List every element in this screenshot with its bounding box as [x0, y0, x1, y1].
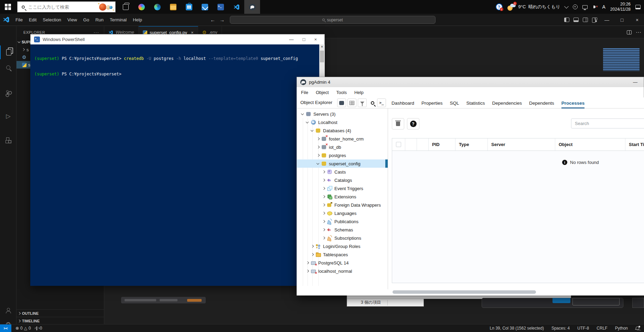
minimize-button[interactable]: — [289, 37, 294, 42]
activity-extensions[interactable] [0, 134, 17, 147]
tree-item-localhost-normal[interactable]: localhost_normal [297, 267, 388, 275]
chevron-right-icon[interactable] [322, 211, 326, 215]
tree-item-localhost[interactable]: Localhost [297, 118, 388, 126]
language-mode[interactable]: Python [615, 326, 628, 331]
start-button[interactable] [0, 0, 16, 14]
menu-help[interactable]: Help [130, 17, 144, 23]
close-button[interactable]: × [314, 37, 317, 42]
taskbar-edge[interactable] [149, 0, 165, 14]
menu-help[interactable]: Help [354, 90, 364, 95]
get-help-icon[interactable]: ? [496, 3, 503, 10]
menu-file[interactable]: File [13, 17, 25, 23]
chevron-down-icon[interactable] [316, 162, 320, 166]
task-view-button[interactable] [118, 0, 133, 14]
split-editor-icon[interactable] [627, 30, 632, 34]
chevron-right-icon[interactable] [322, 203, 326, 207]
maximize-button[interactable]: □ [615, 14, 629, 26]
minimize-button[interactable]: — [600, 14, 614, 26]
delete-button[interactable] [392, 118, 404, 129]
weather-widget[interactable]: 1 9°C 晴れのちくもり [507, 3, 560, 11]
menu-selection[interactable]: Selection [40, 17, 63, 23]
update-tray-icon[interactable] [573, 4, 578, 9]
chevron-right-icon[interactable] [305, 269, 310, 273]
chevron-icon[interactable] [565, 4, 569, 9]
tab-dependencies[interactable]: Dependencies [492, 97, 522, 108]
volume-muted-icon[interactable] [592, 5, 597, 9]
clock[interactable]: 20:26 2024/11/28 [610, 2, 631, 12]
chevron-right-icon[interactable] [322, 186, 326, 190]
tree-item-casts[interactable]: Casts [297, 168, 388, 176]
remote-indicator[interactable]: >< [0, 324, 11, 332]
taskbar-file-explorer[interactable] [165, 0, 181, 14]
tree-item-languages[interactable]: Languages [297, 209, 388, 217]
tree-item-superset-config[interactable]: superset_config [297, 159, 388, 168]
chevron-right-icon[interactable] [316, 137, 320, 141]
command-center[interactable]: superset [230, 16, 436, 24]
chevron-down-icon[interactable] [310, 128, 314, 133]
tree-item-databases[interactable]: Databases (4) [297, 126, 388, 135]
view-data-button[interactable] [347, 98, 356, 107]
tree-item-login-group-roles[interactable]: Login/Group Roles [297, 242, 388, 250]
column-server[interactable]: Server [488, 138, 555, 151]
customize-layout-icon[interactable] [592, 18, 597, 22]
tree-item-iot-db[interactable]: iot_db [297, 143, 388, 151]
chevron-right-icon[interactable] [322, 195, 326, 199]
tab-processes[interactable]: Processes [561, 97, 585, 108]
chevron-right-icon[interactable] [305, 261, 310, 265]
toggle-panel-icon[interactable] [573, 18, 579, 22]
secondary-button-fragment[interactable] [572, 298, 620, 305]
timeline-section[interactable]: TIMELINE [17, 317, 104, 324]
tab-statistics[interactable]: Statistics [466, 97, 485, 108]
tree-item-foreign-data-wrappers[interactable]: Foreign Data Wrappers [297, 201, 388, 209]
menu-tools[interactable]: Tools [336, 90, 347, 95]
notifications-bell-icon[interactable] [635, 326, 639, 330]
select-all-checkbox[interactable] [392, 138, 405, 151]
tree-item-catalogs[interactable]: Catalogs [297, 176, 388, 184]
indentation[interactable]: Spaces: 4 [551, 326, 570, 331]
pgadmin-title-bar[interactable]: pgAdmin 4 — [297, 77, 644, 87]
tree-item-event-triggers[interactable]: Event Triggers [297, 184, 388, 193]
taskbar-pgadmin[interactable] [244, 0, 260, 14]
tab-dashboard[interactable]: Dashboard [391, 97, 414, 108]
column-type[interactable]: Type [455, 138, 488, 151]
ime-indicator[interactable]: A [602, 4, 605, 10]
tree-item-schemas[interactable]: Schemas [297, 226, 388, 234]
encoding[interactable]: UTF-8 [577, 326, 589, 331]
taskbar-vscode[interactable] [228, 0, 244, 14]
activity-search[interactable] [0, 61, 17, 74]
taskbar-search[interactable]: ✦ ✦ [17, 1, 116, 12]
register-server-button[interactable] [337, 98, 346, 107]
nav-back-icon[interactable]: ← [210, 17, 215, 23]
maximize-button[interactable]: □ [303, 37, 305, 42]
menu-terminal[interactable]: Terminal [107, 17, 129, 23]
chevron-right-icon[interactable] [316, 153, 320, 157]
more-actions-icon[interactable]: ··· [636, 29, 641, 35]
taskbar-copilot[interactable] [133, 0, 149, 14]
network-tray-icon[interactable] [582, 5, 588, 9]
chevron-right-icon[interactable] [322, 178, 326, 182]
horizontal-scrollbar[interactable] [297, 289, 644, 295]
taskbar-powershell[interactable] [213, 0, 228, 14]
scrollbar-thumb[interactable] [320, 51, 324, 62]
column-start-time[interactable]: Start Tim [625, 138, 644, 151]
chevron-right-icon[interactable] [310, 252, 314, 257]
eol-sequence[interactable]: CRLF [597, 326, 607, 331]
tab-dependents[interactable]: Dependents [529, 97, 554, 108]
column-object[interactable]: Object [555, 138, 625, 151]
menu-go[interactable]: Go [81, 17, 92, 23]
outline-section[interactable]: OUTLINE [17, 309, 104, 317]
scrollbar-thumb[interactable] [393, 290, 536, 294]
chevron-right-icon[interactable] [310, 244, 314, 248]
cursor-position[interactable]: Ln 39, Col 38 (1562 selected) [490, 326, 544, 331]
tree-item-servers[interactable]: Servers (3) [297, 110, 388, 118]
tree-item-subscriptions[interactable]: Subscriptions [297, 234, 388, 242]
tree-item-publications[interactable]: Publications [297, 217, 388, 226]
menu-view[interactable]: View [65, 17, 79, 23]
close-button[interactable]: × [630, 14, 644, 26]
menu-object[interactable]: Object [316, 90, 329, 95]
tree-item-tablespaces[interactable]: Tablespaces [297, 250, 388, 259]
tree-item-postgres[interactable]: postgres [297, 151, 388, 159]
menu-run[interactable]: Run [93, 17, 106, 23]
chevron-right-icon[interactable] [316, 145, 320, 149]
chevron-right-icon[interactable] [322, 228, 326, 232]
